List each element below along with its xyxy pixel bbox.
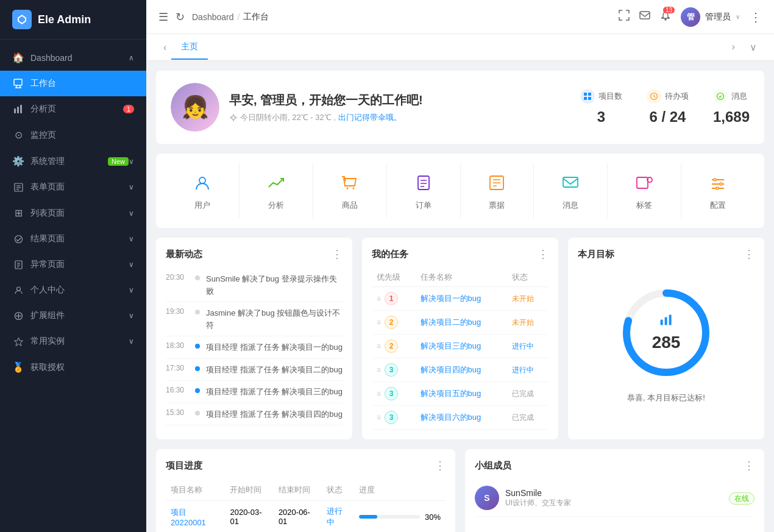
- svg-rect-59: [669, 315, 672, 325]
- sidebar-toggle-button[interactable]: ☰: [158, 10, 168, 24]
- workspace-icon: [12, 79, 24, 88]
- svg-rect-21: [640, 12, 650, 19]
- team-more-button[interactable]: ⋮: [744, 459, 754, 472]
- task-link-4[interactable]: 解决项目五的bug: [421, 389, 481, 398]
- message-nav-icon: [558, 171, 583, 195]
- activity-item-4: 16:30 项目经理 指派了任务 解决项目三的bug: [166, 381, 343, 403]
- nav-item-config[interactable]: 配置: [681, 163, 754, 218]
- goal-more-button[interactable]: ⋮: [744, 247, 754, 261]
- task-link-3[interactable]: 解决项目四的bug: [421, 365, 481, 374]
- more-button[interactable]: ⋮: [750, 10, 762, 24]
- content-area: 👧 早安, 管理员，开始您一天的工作吧! 今日阴转小雨, 22℃ - 32℃ ,…: [146, 61, 774, 532]
- stat-pending: 待办项 6 / 24: [647, 89, 689, 126]
- examples-chevron-icon: ∨: [129, 337, 134, 346]
- task-status-0: 未开始: [512, 293, 534, 304]
- sidebar-item-auth[interactable]: 🏅 获取授权: [0, 354, 146, 380]
- nav-item-analytics[interactable]: 分析: [240, 163, 313, 218]
- greeting-text: 早安, 管理员，开始您一天的工作吧!: [229, 92, 423, 108]
- nav-item-tag[interactable]: 标签: [608, 163, 681, 218]
- welcome-card: 👧 早安, 管理员，开始您一天的工作吧! 今日阴转小雨, 22℃ - 32℃ ,…: [156, 71, 764, 144]
- refresh-button[interactable]: ↻: [176, 10, 185, 24]
- sidebar-item-error[interactable]: 异常页面 ∨: [0, 252, 146, 277]
- tasks-more-button[interactable]: ⋮: [538, 247, 549, 261]
- stat-pending-header: 待办项: [647, 89, 689, 104]
- task-link-1[interactable]: 解决项目二的bug: [421, 317, 481, 327]
- activity-item-0: 20:30 SunSmile 解决了bug 登录提示操作失败: [166, 268, 343, 302]
- svg-point-23: [665, 19, 666, 20]
- weather-text: 今日阴转小雨, 22℃ - 32℃ ,: [240, 112, 336, 123]
- fullscreen-button[interactable]: [619, 10, 630, 24]
- sidebar-item-profile[interactable]: 个人中心 ∨: [0, 277, 146, 303]
- app-header: ☰ ↻ Dashboard / 工作台 13 管 管: [146, 0, 774, 34]
- svg-point-37: [352, 188, 354, 190]
- nav-item-invoice[interactable]: 票据: [461, 163, 534, 218]
- sidebar-item-dashboard[interactable]: 🏠 Dashboard ∧: [0, 44, 146, 71]
- task-link-2[interactable]: 解决项目三的bug: [421, 341, 481, 350]
- goal-subtitle: 恭喜, 本月目标已达标!: [627, 392, 705, 403]
- activity-more-button[interactable]: ⋮: [332, 247, 343, 261]
- sidebar-item-monitor[interactable]: ⊙ 监控页: [0, 122, 146, 148]
- breadcrumb-dashboard[interactable]: Dashboard: [192, 12, 234, 22]
- nav-item-message[interactable]: 消息: [534, 163, 608, 218]
- nav-item-goods[interactable]: 商品: [313, 163, 387, 218]
- tab-next-button[interactable]: ›: [727, 34, 740, 60]
- sidebar-item-workspace[interactable]: 工作台: [0, 71, 146, 96]
- sidebar-item-result[interactable]: 结果页面 ∨: [0, 226, 146, 252]
- svg-point-34: [717, 93, 723, 100]
- welcome-left: 👧 早安, 管理员，开始您一天的工作吧! 今日阴转小雨, 22℃ - 32℃ ,…: [171, 83, 423, 132]
- project-name-0: 项目20220001: [166, 501, 225, 533]
- project-table: 项目名称 开始时间 结束时间 状态 进度 项目20220001 2020-03-…: [166, 480, 446, 532]
- sidebar-item-analytics[interactable]: 分析页 1: [0, 96, 146, 122]
- breadcrumb-sep: /: [238, 12, 240, 22]
- nav-label-config: 配置: [710, 200, 726, 211]
- stat-projects-header: 项目数: [580, 89, 622, 104]
- sidebar-item-list[interactable]: ⊞ 列表页面 ∨: [0, 200, 146, 226]
- task-priority-cell-1: ≡ 2: [372, 311, 416, 335]
- projects-icon: [580, 89, 595, 104]
- user-menu[interactable]: 管 管理员 ∨: [681, 7, 740, 27]
- sidebar-item-forms[interactable]: 表单页面 ∨: [0, 174, 146, 200]
- circle-chart-icon: [652, 314, 681, 330]
- project-progress-more-button[interactable]: ⋮: [435, 459, 446, 472]
- svg-rect-38: [418, 176, 429, 190]
- message-button[interactable]: [639, 10, 650, 24]
- task-link-0[interactable]: 解决项目一的bug: [421, 294, 481, 303]
- notification-badge: 13: [663, 7, 675, 13]
- nav-label-invoice: 票据: [489, 200, 505, 211]
- nav-label-user: 用户: [194, 200, 210, 211]
- svg-rect-5: [17, 107, 19, 113]
- tag-nav-icon: [632, 171, 656, 195]
- error-chevron-icon: ∨: [129, 260, 134, 269]
- svg-point-16: [16, 287, 20, 291]
- tab-prev-button[interactable]: ‹: [158, 35, 171, 60]
- activity-item-1: 19:30 Jasmine 解决了bug 按钮颜色与设计不符: [166, 302, 343, 336]
- nav-label-tag: 标签: [636, 200, 652, 211]
- task-row-3: ≡ 3 解决项目四的bug 进行中: [372, 358, 549, 382]
- member-status-0: 在线: [729, 492, 754, 504]
- svg-rect-30: [588, 93, 591, 96]
- project-link-0[interactable]: 项目20220001: [171, 508, 206, 527]
- tab-dropdown-button[interactable]: ∨: [745, 34, 762, 60]
- goal-value: 285: [652, 333, 681, 352]
- pending-icon: [647, 89, 661, 104]
- breadcrumb: Dashboard / 工作台: [192, 12, 269, 23]
- tab-home[interactable]: 主页: [171, 35, 208, 60]
- sidebar-label-workspace: 工作台: [30, 78, 134, 89]
- sidebar-label-result: 结果页面: [30, 233, 129, 244]
- team-title: 小组成员: [475, 460, 511, 472]
- sidebar-label-error: 异常页面: [30, 259, 129, 270]
- nav-item-order[interactable]: 订单: [387, 163, 461, 218]
- sidebar-item-examples[interactable]: 常用实例 ∨: [0, 328, 146, 354]
- sidebar-item-system[interactable]: ⚙️ 系统管理 New ∨: [0, 148, 146, 174]
- weather-link[interactable]: 出门记得带伞哦。: [338, 112, 402, 123]
- sidebar-label-examples: 常用实例: [30, 336, 129, 347]
- project-row-0: 项目20220001 2020-03-01 2020-06-01 进行中 30%: [166, 501, 446, 533]
- main-area: ☰ ↻ Dashboard / 工作台 13 管 管: [146, 0, 774, 532]
- task-link-5[interactable]: 解决项目六的bug: [421, 413, 481, 422]
- activity-time-4: 16:30: [166, 386, 189, 394]
- sidebar-item-extend[interactable]: 扩展组件 ∨: [0, 303, 146, 328]
- notification-button[interactable]: 13: [660, 10, 671, 24]
- circle-center: 285: [652, 314, 681, 352]
- task-status-1: 未开始: [512, 317, 534, 328]
- nav-item-user[interactable]: 用户: [166, 163, 240, 218]
